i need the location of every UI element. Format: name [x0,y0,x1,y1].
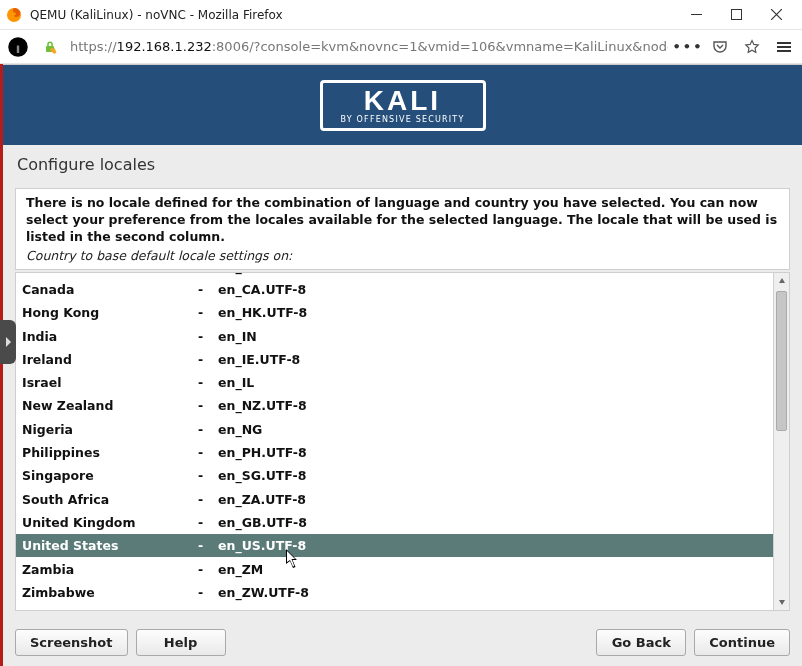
screenshot-button[interactable]: Screenshot [15,629,128,656]
svg-rect-2 [731,10,741,20]
locale-option[interactable]: United States-en_US.UTF-8 [16,534,773,557]
locale-option[interactable]: Canada-en_CA.UTF-8 [16,278,773,301]
locale-country: India [20,329,198,344]
locale-code: en_SG.UTF-8 [218,468,769,483]
maximize-button[interactable] [716,1,756,29]
url-scheme: https:// [70,39,117,54]
locale-country: Singapore [20,468,198,483]
locale-country: Zambia [20,562,198,577]
locale-separator: - [198,468,218,483]
scroll-down-icon[interactable] [774,594,789,610]
locale-separator: - [198,329,218,344]
locale-code: en_IE.UTF-8 [218,352,769,367]
locale-code: en_NG [218,422,769,437]
locale-country: Nigeria [20,422,198,437]
locale-option[interactable]: India-en_IN [16,324,773,347]
svg-rect-1 [691,14,702,15]
locale-country: Canada [20,282,198,297]
locale-code: en_CA.UTF-8 [218,282,769,297]
locale-option[interactable]: Singapore-en_SG.UTF-8 [16,464,773,487]
go-back-button[interactable]: Go Back [596,629,686,656]
browser-toolbar: https://192.168.1.232:8006/?console=kvm&… [0,30,802,64]
scrollbar-thumb[interactable] [776,291,787,431]
scroll-up-icon[interactable] [774,273,789,289]
locale-separator: - [198,352,218,367]
locale-separator: - [198,562,218,577]
lock-warning-icon[interactable] [38,35,62,59]
locale-separator: - [198,273,218,274]
locale-separator: - [198,422,218,437]
locale-country: Ireland [20,352,198,367]
locale-option[interactable]: Israel-en_IL [16,371,773,394]
locale-option[interactable]: South Africa-en_ZA.UTF-8 [16,487,773,510]
locale-code: en_PH.UTF-8 [218,445,769,460]
locale-code: en_IL [218,375,769,390]
locale-country: Israel [20,375,198,390]
locale-separator: - [198,282,218,297]
locale-code: en_IN [218,329,769,344]
locale-option[interactable]: Hong Kong-en_HK.UTF-8 [16,301,773,324]
logo-text-small: BY OFFENSIVE SECURITY [341,116,465,124]
locale-option[interactable]: Zimbabwe-en_ZW.UTF-8 [16,581,773,604]
address-bar[interactable]: https://192.168.1.232:8006/?console=kvm&… [70,39,668,54]
firefox-icon [6,7,22,23]
locale-separator: - [198,305,218,320]
instruction-prompt: Country to base default locale settings … [26,248,779,265]
locale-option[interactable]: Philippines-en_PH.UTF-8 [16,441,773,464]
locale-separator: - [198,515,218,530]
footer-buttons: Screenshot Help Go Back Continue [15,629,790,656]
locale-country: Hong Kong [20,305,198,320]
locale-country: Botswana [20,273,198,274]
locale-separator: - [198,492,218,507]
locale-separator: - [198,585,218,600]
menu-hamburger-icon[interactable] [772,35,796,59]
locale-separator: - [198,375,218,390]
locale-code: en_BW.UTF-8 [218,273,769,274]
locale-code: en_ZW.UTF-8 [218,585,769,600]
locale-country: United States [20,538,198,553]
page-title: Configure locales [3,145,802,180]
window-titlebar: QEMU (KaliLinux) - noVNC - Mozilla Firef… [0,0,802,30]
bookmark-star-icon[interactable] [740,35,764,59]
locale-separator: - [198,538,218,553]
locale-code: en_HK.UTF-8 [218,305,769,320]
locale-option[interactable]: United Kingdom-en_GB.UTF-8 [16,511,773,534]
kali-logo: KALI BY OFFENSIVE SECURITY [320,80,486,131]
locale-option[interactable]: Ireland-en_IE.UTF-8 [16,348,773,371]
locale-country: South Africa [20,492,198,507]
locale-code: en_ZM [218,562,769,577]
locale-country: Philippines [20,445,198,460]
locale-option[interactable]: Zambia-en_ZM [16,557,773,580]
help-button[interactable]: Help [136,629,226,656]
vnc-canvas: KALI BY OFFENSIVE SECURITY Configure loc… [3,64,802,666]
url-path: :8006/?console=kvm&novnc=1&vmid=106&vmna… [212,39,668,54]
locale-code: en_NZ.UTF-8 [218,398,769,413]
window-title: QEMU (KaliLinux) - noVNC - Mozilla Firef… [30,8,676,22]
locale-code: en_ZA.UTF-8 [218,492,769,507]
locale-country: New Zealand [20,398,198,413]
continue-button[interactable]: Continue [694,629,790,656]
instruction-text: There is no locale defined for the combi… [26,195,779,246]
locale-country: United Kingdom [20,515,198,530]
info-icon[interactable] [6,35,30,59]
pocket-icon[interactable] [708,35,732,59]
url-host: 192.168.1.232 [117,39,212,54]
novnc-side-handle[interactable] [0,320,16,364]
close-button[interactable] [756,1,796,29]
locale-option[interactable]: New Zealand-en_NZ.UTF-8 [16,394,773,417]
instruction-box: There is no locale defined for the combi… [15,188,790,270]
locale-option[interactable]: Nigeria-en_NG [16,418,773,441]
locale-code: en_GB.UTF-8 [218,515,769,530]
locale-separator: - [198,398,218,413]
locale-country: Zimbabwe [20,585,198,600]
page-actions-icon[interactable]: ••• [676,35,700,59]
locale-separator: - [198,445,218,460]
locale-listbox: Botswana-en_BW.UTF-8Canada-en_CA.UTF-8Ho… [15,272,790,611]
locale-code: en_US.UTF-8 [218,538,769,553]
installer-banner: KALI BY OFFENSIVE SECURITY [3,65,802,145]
logo-text-big: KALI [341,87,465,115]
minimize-button[interactable] [676,1,716,29]
list-scrollbar[interactable] [773,273,789,610]
